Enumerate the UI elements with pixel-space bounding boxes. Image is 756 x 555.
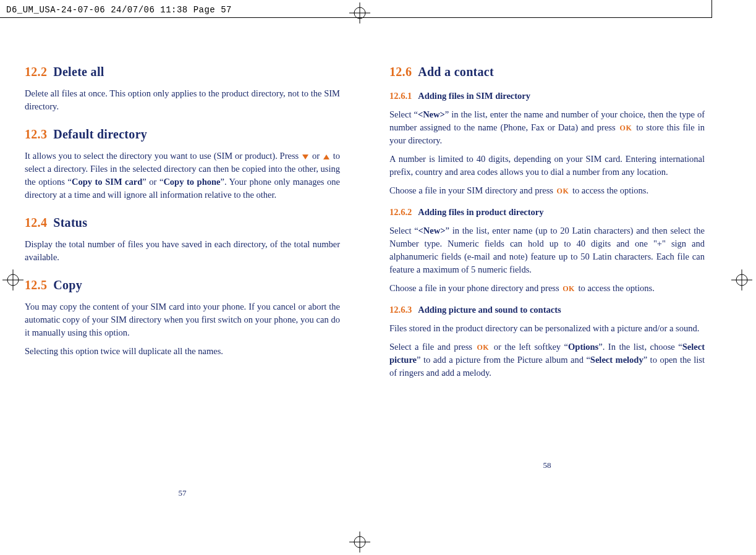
crop-mark-top — [349, 2, 370, 23]
crop-mark-left — [2, 269, 23, 290]
text-run: to access the options. — [576, 283, 655, 293]
section-title: Add a contact — [418, 65, 494, 78]
heading-12-2: 12.2Delete all — [25, 63, 340, 81]
text-run: Select a file and press — [389, 342, 476, 352]
page-spread: 12.2Delete all Delete all files at once.… — [0, 20, 756, 499]
body-text: Select “<New>” in the list, enter the na… — [389, 108, 705, 147]
page-57: 12.2Delete all Delete all files at once.… — [25, 51, 340, 499]
ok-icon: OK — [561, 284, 576, 293]
text-run: or — [312, 151, 322, 161]
subsection-number: 12.6.3 — [389, 305, 412, 315]
heading-12-5: 12.5Copy — [25, 276, 340, 294]
section-title: Delete all — [53, 65, 104, 78]
heading-12-3: 12.3Default directory — [25, 125, 340, 143]
text-run: ”. In the list, choose “ — [598, 342, 682, 352]
bold-text: Copy to phone — [163, 177, 220, 187]
heading-12-6: 12.6Add a contact — [389, 63, 705, 81]
subsection-title: Adding files in SIM directory — [418, 91, 530, 101]
text-run: ” to add a picture from the Picture albu… — [417, 355, 590, 365]
page-number: 57 — [25, 488, 340, 499]
body-text: Choose a file in your phone directory an… — [389, 282, 705, 295]
text-run: to access the options. — [570, 185, 648, 195]
subsection-number: 12.6.2 — [389, 207, 412, 217]
bold-text: Copy to SIM card — [72, 177, 142, 187]
hairline-corner — [711, 0, 712, 17]
section-number: 12.4 — [25, 216, 47, 229]
bold-text: <New> — [418, 109, 445, 119]
crop-mark-right — [731, 269, 752, 290]
body-text: You may copy the content of your SIM car… — [25, 300, 340, 339]
text-run: Choose a file in your SIM directory and … — [389, 185, 556, 195]
text-run: or the left softkey “ — [490, 342, 568, 352]
section-title: Default directory — [53, 127, 147, 141]
text-run: Choose a file in your phone directory an… — [389, 283, 561, 293]
subsection-title: Adding picture and sound to contacts — [418, 305, 561, 315]
section-title: Copy — [53, 278, 82, 292]
section-number: 12.5 — [25, 278, 47, 292]
down-arrow-icon — [302, 155, 308, 159]
ok-icon: OK — [476, 343, 491, 352]
body-text: Select “<New>” in the list, enter name (… — [389, 224, 705, 276]
ok-icon: OK — [619, 124, 634, 132]
bold-text: <New> — [418, 226, 446, 235]
body-text: Choose a file in your SIM directory and … — [389, 184, 705, 197]
ok-icon: OK — [556, 187, 571, 195]
text-run: ” or “ — [142, 177, 163, 187]
text-run: Select “ — [389, 109, 418, 119]
body-text: Delete all files at once. This option on… — [25, 87, 340, 113]
bold-text: Options — [568, 342, 598, 352]
section-title: Status — [53, 216, 87, 229]
crop-mark-bottom — [349, 532, 370, 553]
body-text: Selecting this option twice will duplica… — [25, 345, 340, 358]
subheading-12-6-3: 12.6.3Adding picture and sound to contac… — [389, 303, 705, 316]
body-text: A number is limited to 40 digits, depend… — [389, 153, 705, 179]
page-number: 58 — [389, 460, 705, 472]
up-arrow-icon — [323, 155, 329, 159]
subsection-title: Adding files in product directory — [418, 207, 543, 217]
section-number: 12.2 — [25, 65, 47, 78]
subsection-number: 12.6.1 — [389, 91, 412, 101]
subheading-12-6-1: 12.6.1Adding files in SIM directory — [389, 90, 705, 103]
section-number: 12.6 — [389, 65, 412, 78]
body-text: Display the total number of files you ha… — [25, 238, 340, 264]
body-text: It allows you to select the directory yo… — [25, 150, 340, 201]
bold-text: Select melody — [590, 355, 643, 365]
text-run: It allows you to select the directory yo… — [25, 151, 301, 161]
heading-12-4: 12.4Status — [25, 214, 340, 232]
body-text: Files stored in the product directory ca… — [389, 322, 705, 335]
page-58: 12.6Add a contact 12.6.1Adding files in … — [389, 51, 705, 499]
section-number: 12.3 — [25, 127, 47, 141]
text-run: Select “ — [389, 226, 418, 235]
body-text: Select a file and press OK or the left s… — [389, 341, 705, 379]
subheading-12-6-2: 12.6.2Adding files in product directory — [389, 206, 705, 219]
